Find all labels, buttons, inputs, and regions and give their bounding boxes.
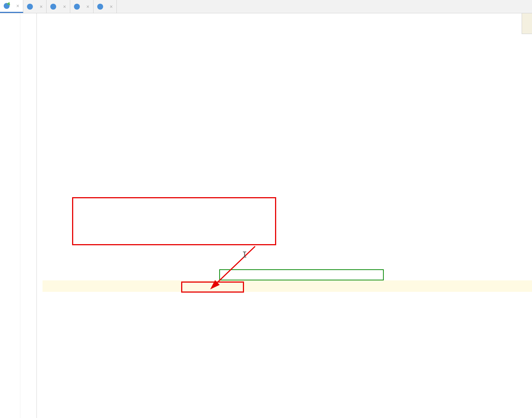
tab-bar: × × × × ×	[0, 0, 532, 13]
code-line-current[interactable]	[43, 280, 532, 292]
code-line[interactable]	[43, 257, 532, 269]
code-line[interactable]	[43, 129, 532, 141]
editor-area[interactable]: I	[0, 13, 532, 418]
line-number	[0, 153, 14, 164]
line-number	[0, 83, 14, 94]
line-number	[0, 246, 14, 257]
code-line[interactable]	[43, 199, 532, 210]
code-line[interactable]	[43, 25, 532, 36]
code-line[interactable]	[43, 188, 532, 199]
line-number-gutter	[0, 13, 20, 418]
close-icon[interactable]: ×	[63, 4, 66, 10]
code-line[interactable]	[43, 118, 532, 129]
tab-test[interactable]: ×	[0, 0, 23, 13]
class-icon	[4, 3, 10, 9]
code-line[interactable]	[43, 234, 532, 245]
code-line[interactable]	[43, 176, 532, 187]
code-content[interactable]: I	[37, 13, 532, 418]
line-number	[0, 141, 14, 152]
code-line[interactable]	[43, 60, 532, 71]
tab-dog[interactable]: ×	[94, 0, 117, 13]
tab-benz[interactable]: ×	[70, 0, 94, 13]
line-number	[0, 95, 14, 106]
line-number	[0, 106, 14, 118]
line-number	[0, 13, 14, 25]
line-number	[0, 350, 14, 361]
line-number	[0, 176, 14, 187]
tab-bmw[interactable]: ×	[47, 0, 70, 13]
line-number	[0, 222, 14, 234]
line-number	[0, 71, 14, 83]
line-number	[0, 315, 14, 327]
code-line[interactable]	[43, 48, 532, 60]
class-icon	[97, 4, 103, 10]
line-number	[0, 164, 14, 176]
line-number	[0, 327, 14, 338]
code-line[interactable]	[43, 83, 532, 94]
code-line[interactable]	[43, 141, 532, 152]
line-number	[0, 269, 14, 280]
close-icon[interactable]: ×	[110, 4, 113, 10]
class-icon	[27, 4, 33, 10]
code-line[interactable]	[43, 37, 532, 48]
line-number	[0, 211, 14, 222]
line-number	[0, 280, 14, 292]
close-icon[interactable]: ×	[40, 4, 43, 10]
code-line[interactable]	[43, 13, 532, 25]
line-number	[0, 37, 14, 48]
line-number	[0, 338, 14, 350]
code-line[interactable]	[43, 327, 532, 338]
code-line[interactable]	[43, 338, 532, 350]
line-number	[0, 234, 14, 245]
line-number	[0, 60, 14, 71]
code-line[interactable]	[43, 315, 532, 327]
line-number	[0, 129, 14, 141]
code-line[interactable]	[43, 164, 532, 176]
line-number	[0, 48, 14, 60]
code-line[interactable]	[43, 71, 532, 83]
code-line[interactable]	[43, 246, 532, 257]
class-icon	[74, 4, 80, 10]
fold-gutter	[20, 13, 37, 418]
line-number	[0, 257, 14, 269]
code-line[interactable]	[43, 106, 532, 118]
code-line[interactable]	[43, 222, 532, 234]
line-number	[0, 199, 14, 210]
code-line[interactable]	[43, 269, 532, 280]
code-line[interactable]	[43, 350, 532, 361]
line-number	[0, 25, 14, 36]
code-line[interactable]	[43, 211, 532, 222]
code-line[interactable]	[43, 292, 532, 303]
line-number	[0, 118, 14, 129]
close-icon[interactable]: ×	[16, 3, 19, 9]
tab-car[interactable]: ×	[23, 0, 47, 13]
line-number	[0, 292, 14, 303]
code-line[interactable]	[43, 95, 532, 106]
line-number	[0, 304, 14, 315]
code-line[interactable]	[43, 153, 532, 164]
code-line[interactable]	[43, 304, 532, 315]
line-number	[0, 188, 14, 199]
close-icon[interactable]: ×	[87, 4, 89, 10]
class-icon	[50, 4, 56, 10]
